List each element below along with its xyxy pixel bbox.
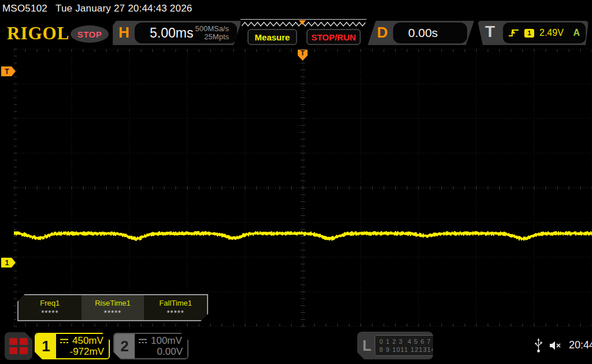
waveform-position-preview[interactable] xyxy=(240,19,367,29)
channel2-status-box[interactable]: 2 100mV 0.00V xyxy=(113,333,188,359)
delay-block[interactable]: D 0.00s xyxy=(368,21,474,45)
measurement-item-risetime1[interactable]: RiseTime1 ***** xyxy=(82,295,145,320)
measurement-value: ***** xyxy=(104,309,121,317)
measurement-item-freq1[interactable]: Freq1 ***** xyxy=(18,295,82,320)
dc-coupling-icon xyxy=(138,338,147,344)
trigger-position-flag[interactable]: T xyxy=(298,50,308,61)
trigger-level-value: 2.49V xyxy=(539,28,564,38)
channel1-number: 1 xyxy=(36,334,56,358)
channel1-trace xyxy=(14,47,592,327)
channel2-number: 2 xyxy=(114,334,135,358)
channel2-scale: 100mV xyxy=(151,335,182,346)
usb-icon xyxy=(535,337,542,353)
graticule-grid xyxy=(14,47,592,327)
function-navigation-button[interactable] xyxy=(5,332,32,360)
rising-edge-trigger-icon xyxy=(509,28,519,38)
trigger-level-marker[interactable]: T xyxy=(1,66,16,76)
channel1-scale: 450mV xyxy=(72,335,103,346)
acquisition-rates: 500MSa/s 25Mpts xyxy=(195,25,229,41)
horizontal-values: 5.00ms 500MSa/s 25Mpts xyxy=(135,23,237,43)
channel1-status-box[interactable]: 1 450mV -972mV xyxy=(35,333,110,359)
waveform-display-area: T T 1 xyxy=(0,47,592,327)
measurement-item-falltime1[interactable]: FallTime1 ***** xyxy=(144,295,207,320)
trigger-source-badge: 1 xyxy=(524,29,534,38)
datetime-text: Tue January 27 20:44:43 2026 xyxy=(56,3,193,14)
trigger-sweep-mode: A xyxy=(573,28,580,38)
logic-channels-box[interactable]: L 0 1 2 3 4 5 6 78 9 1011 12131415 xyxy=(357,332,433,359)
channel1-reference-marker[interactable]: 1 xyxy=(1,258,16,268)
measurement-label: RiseTime1 xyxy=(95,299,131,307)
measurement-value: ***** xyxy=(167,309,184,317)
rigol-logo: RIGOL xyxy=(7,23,69,44)
delay-value: 0.00s xyxy=(408,26,438,40)
top-info-bar: MSO5102Tue January 27 20:44:43 2026 xyxy=(2,3,201,14)
measurement-label: Freq1 xyxy=(40,299,60,307)
logic-label: L xyxy=(362,337,371,354)
delay-label: D xyxy=(377,24,388,42)
channel1-offset: -972mV xyxy=(69,346,104,357)
memory-depth: 25Mpts xyxy=(204,32,229,41)
measurement-value: ***** xyxy=(41,309,58,317)
horizontal-timebase-block[interactable]: H 5.00ms 500MSa/s 25Mpts xyxy=(113,21,242,45)
dc-coupling-icon xyxy=(60,338,69,344)
red-squares-icon xyxy=(9,338,28,354)
trigger-block[interactable]: T 1 2.49V A xyxy=(478,21,589,45)
speaker-muted-icon[interactable] xyxy=(549,340,562,351)
horizontal-label: H xyxy=(119,24,130,42)
channel2-offset: 0.00V xyxy=(157,346,183,357)
measurement-label: FallTime1 xyxy=(159,299,192,307)
clock-text: 20:44 xyxy=(569,339,592,351)
measurement-panel: Freq1 ***** RiseTime1 ***** FallTime1 **… xyxy=(17,294,208,321)
sample-rate: 500MSa/s xyxy=(195,24,229,33)
timebase-value: 5.00ms xyxy=(150,25,193,41)
trigger-label: T xyxy=(485,23,495,41)
stop-run-button[interactable]: STOP/RUN xyxy=(306,29,361,45)
model-name: MSO5102 xyxy=(2,3,47,14)
measure-button[interactable]: Measure xyxy=(247,29,297,45)
run-state-indicator[interactable]: STOP xyxy=(71,25,109,43)
preview-trigger-marker-icon xyxy=(299,20,306,25)
logic-channel-numbers: 0 1 2 3 4 5 6 78 9 1011 12131415 xyxy=(375,335,448,356)
oscilloscope-screen: MSO5102Tue January 27 20:44:43 2026 RIGO… xyxy=(0,0,592,364)
